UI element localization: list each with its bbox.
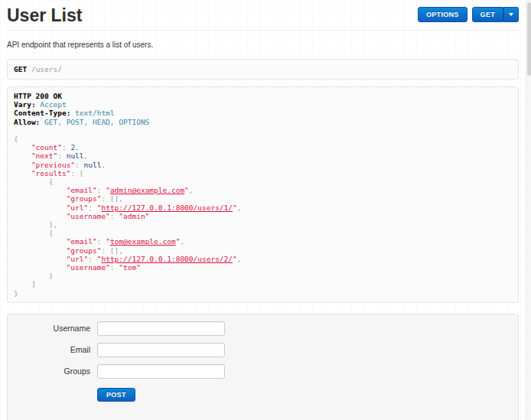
options-button[interactable]: OPTIONS <box>418 7 467 22</box>
response-link[interactable]: admin@example.com <box>110 186 184 194</box>
code-token: "username" <box>67 212 110 220</box>
code-token <box>14 161 31 169</box>
code-token: : <box>110 212 119 220</box>
code-token: , <box>237 255 242 263</box>
form-row-username: Username <box>8 321 518 336</box>
response-link[interactable]: tom@example.com <box>110 237 176 246</box>
code-token: , <box>237 203 242 212</box>
code-token <box>14 255 67 263</box>
username-input[interactable] <box>97 321 225 336</box>
code-token: Accept <box>36 100 67 109</box>
page-title: User List <box>7 6 82 24</box>
code-token: "count" <box>31 143 62 151</box>
response-link[interactable]: http://127.0.0.1:8000/users/1/ <box>101 203 233 212</box>
code-token: "url" <box>67 255 89 263</box>
response-panel: HTTP 200 OK Vary: Accept Content-Type: t… <box>7 86 519 303</box>
response-body: HTTP 200 OK Vary: Accept Content-Type: t… <box>14 92 512 298</box>
post-button[interactable]: POST <box>97 388 135 402</box>
code-token: HTTP 200 OK <box>14 92 62 100</box>
code-token: Allow: <box>14 118 40 126</box>
code-token: Content-Type: <box>14 109 70 117</box>
code-token: { <box>14 135 18 143</box>
code-token: : <box>75 161 83 169</box>
code-token <box>14 246 67 255</box>
code-token: : <box>110 263 119 272</box>
code-token: null <box>67 151 84 160</box>
code-token <box>14 169 31 177</box>
endpoint-description: API endpoint that represents a list of u… <box>7 41 519 49</box>
get-split-button: GET <box>472 7 519 22</box>
code-token: null <box>84 161 102 169</box>
request-bar: GET /users/ <box>7 59 519 80</box>
code-token: "url" <box>67 203 89 212</box>
code-token: }, <box>49 220 57 229</box>
scrollbar-thumb[interactable] <box>527 2 531 76</box>
code-token: : [ <box>70 169 83 177</box>
code-token <box>14 263 67 272</box>
code-token: { <box>49 229 54 237</box>
code-token <box>14 177 49 186</box>
groups-input[interactable] <box>97 364 225 379</box>
code-token: , <box>180 237 184 246</box>
code-token: , <box>84 151 89 160</box>
code-token <box>14 151 31 160</box>
code-token <box>14 203 67 212</box>
code-token: "groups" <box>67 246 102 255</box>
code-token: "next" <box>31 151 57 160</box>
code-token: ] <box>31 280 36 288</box>
code-token: , <box>189 186 194 194</box>
code-token: : [], <box>101 246 123 255</box>
caret-down-icon <box>509 13 513 16</box>
email-input[interactable] <box>97 343 225 357</box>
form-row-groups: Groups <box>8 364 518 379</box>
code-token: : <box>88 255 96 263</box>
code-token: : <box>88 203 96 212</box>
form-row-email: Email <box>8 343 518 357</box>
request-path: /users/ <box>27 65 62 73</box>
code-token: "username" <box>67 263 110 272</box>
code-token: "email" <box>67 237 97 246</box>
scrollbar-track[interactable] <box>526 0 531 420</box>
header-actions: OPTIONS GET <box>418 6 519 22</box>
code-token: } <box>49 272 54 280</box>
get-dropdown-toggle[interactable] <box>503 7 519 22</box>
code-token: : [], <box>101 194 123 203</box>
code-token: "groups" <box>67 194 102 203</box>
code-token: : <box>57 151 66 160</box>
page: User List OPTIONS GET API endpoint that … <box>0 0 526 420</box>
request-method: GET <box>14 65 27 73</box>
groups-label: Groups <box>8 366 90 376</box>
code-token <box>14 186 67 194</box>
create-user-form: Username Email Groups POST <box>7 314 519 420</box>
code-token: "results" <box>31 169 70 177</box>
email-label: Email <box>8 345 90 354</box>
code-token <box>14 272 49 280</box>
code-token <box>14 280 31 288</box>
code-token <box>14 143 31 151</box>
code-token: , <box>101 161 106 169</box>
code-token <box>14 220 49 229</box>
code-token: : <box>97 237 106 246</box>
code-token <box>14 212 67 220</box>
code-token: "admin" <box>119 212 149 220</box>
code-token: text/html <box>70 109 114 117</box>
username-label: Username <box>8 324 90 333</box>
code-token: "email" <box>67 186 97 194</box>
code-token: , <box>75 143 80 151</box>
page-header: User List OPTIONS GET <box>7 0 519 31</box>
request-path-text: /users/ <box>31 65 62 73</box>
code-token <box>14 237 67 246</box>
code-token: { <box>49 177 54 186</box>
code-token <box>14 229 49 237</box>
code-token: "previous" <box>31 161 75 169</box>
response-link[interactable]: http://127.0.0.1:8000/users/2/ <box>101 255 233 263</box>
code-token: } <box>14 289 18 298</box>
code-token: GET, POST, HEAD, OPTIONS <box>40 118 149 126</box>
code-token <box>14 194 67 203</box>
code-token: : <box>97 186 106 194</box>
code-token: Vary: <box>14 100 36 109</box>
get-button[interactable]: GET <box>472 7 503 22</box>
code-token: "tom" <box>119 263 141 272</box>
code-token: : <box>62 143 70 151</box>
submit-row: POST <box>97 386 518 402</box>
